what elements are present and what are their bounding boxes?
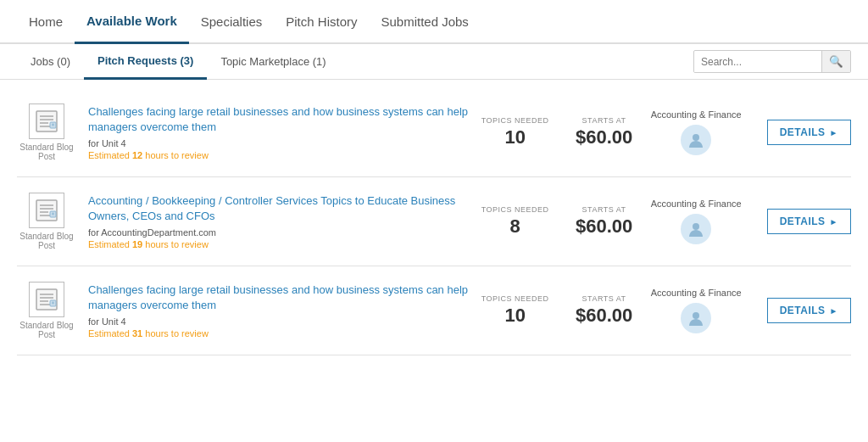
avatar	[681, 214, 711, 244]
svg-point-8	[693, 134, 699, 141]
starts-at-label: STARTS AT	[575, 205, 634, 214]
job-title: Accounting / Bookkeeping / Controller Se…	[88, 193, 470, 224]
details-button[interactable]: DETAILS ►	[767, 120, 851, 145]
job-details: Challenges facing large retail businesse…	[76, 104, 481, 160]
starts-at-value: $60.00	[575, 126, 634, 148]
job-stats: TOPICS NEEDED 10 STARTS AT $60.00	[481, 294, 634, 327]
starts-at-stat: STARTS AT $60.00	[575, 205, 634, 238]
starts-at-label: STARTS AT	[575, 116, 634, 125]
job-icon: Standard Blog Post	[17, 104, 76, 161]
svg-point-26	[693, 312, 699, 319]
category-name: Accounting & Finance	[651, 288, 742, 298]
estimated-hours: 19	[132, 239, 142, 249]
top-nav-item-pitch-history[interactable]: Pitch History	[274, 1, 369, 42]
category-name: Accounting & Finance	[651, 199, 742, 209]
blog-post-icon	[29, 104, 64, 139]
job-details: Accounting / Bookkeeping / Controller Se…	[76, 193, 481, 249]
job-row: Standard Blog Post Challenges facing lar…	[17, 88, 851, 177]
topics-needed-stat: TOPICS NEEDED 10	[481, 294, 549, 327]
estimated-hours: 31	[132, 328, 142, 338]
svg-point-17	[693, 223, 699, 230]
topics-needed-label: TOPICS NEEDED	[481, 294, 549, 303]
job-for: for Unit 4	[88, 316, 470, 327]
category-name: Accounting & Finance	[651, 109, 742, 120]
job-action: DETAILS ►	[767, 120, 851, 145]
blog-post-icon	[29, 282, 64, 317]
avatar	[681, 303, 711, 333]
starts-at-label: STARTS AT	[575, 294, 634, 303]
details-label: DETAILS	[780, 215, 826, 227]
arrow-icon: ►	[830, 217, 838, 227]
details-label: DETAILS	[780, 305, 826, 316]
job-action: DETAILS ►	[767, 209, 851, 234]
topics-needed-label: TOPICS NEEDED	[481, 205, 549, 214]
top-nav: HomeAvailable WorkSpecialtiesPitch Histo…	[0, 0, 868, 44]
arrow-icon: ►	[830, 128, 838, 137]
top-nav-item-home[interactable]: Home	[17, 1, 75, 42]
arrow-icon: ►	[830, 306, 838, 316]
sub-nav-item-pitch-requests-3[interactable]: Pitch Requests (3)	[84, 44, 207, 80]
topics-needed-value: 8	[481, 215, 549, 238]
job-action: DETAILS ►	[767, 298, 851, 323]
job-estimated: Estimated 19 hours to review	[88, 239, 470, 249]
starts-at-stat: STARTS AT $60.00	[575, 294, 634, 327]
job-row: Standard Blog Post Challenges facing lar…	[17, 266, 851, 355]
job-category: Accounting & Finance	[651, 199, 742, 244]
main-content: Standard Blog Post Challenges facing lar…	[0, 80, 868, 364]
blog-post-icon	[29, 193, 64, 228]
topics-needed-label: TOPICS NEEDED	[481, 116, 549, 125]
top-nav-item-specialties[interactable]: Specialties	[189, 1, 275, 42]
avatar	[681, 125, 711, 155]
topics-needed-stat: TOPICS NEEDED 10	[481, 116, 549, 148]
job-details: Challenges facing large retail businesse…	[76, 283, 481, 338]
estimated-hours: 12	[132, 150, 142, 160]
sub-nav-left: Jobs (0)Pitch Requests (3)Topic Marketpl…	[17, 44, 693, 79]
job-title: Challenges facing large retail businesse…	[88, 104, 470, 135]
topics-needed-stat: TOPICS NEEDED 8	[481, 205, 549, 238]
job-estimated: Estimated 31 hours to review	[88, 328, 470, 338]
job-title: Challenges facing large retail businesse…	[88, 283, 470, 313]
details-button[interactable]: DETAILS ►	[767, 209, 851, 234]
starts-at-value: $60.00	[575, 305, 634, 327]
sub-nav: Jobs (0)Pitch Requests (3)Topic Marketpl…	[0, 44, 868, 80]
job-type-label: Standard Blog Post	[17, 232, 76, 250]
job-type-label: Standard Blog Post	[17, 321, 76, 339]
search-box: 🔍	[693, 50, 851, 73]
job-for: for AccountingDepartment.com	[88, 227, 470, 238]
starts-at-stat: STARTS AT $60.00	[575, 116, 634, 148]
top-nav-item-submitted-jobs[interactable]: Submitted Jobs	[369, 1, 480, 42]
job-category: Accounting & Finance	[651, 109, 742, 155]
job-icon: Standard Blog Post	[17, 193, 76, 250]
job-icon: Standard Blog Post	[17, 282, 76, 339]
sub-nav-item-jobs-0[interactable]: Jobs (0)	[17, 45, 84, 78]
job-type-label: Standard Blog Post	[17, 143, 76, 161]
job-stats: TOPICS NEEDED 10 STARTS AT $60.00	[481, 116, 634, 148]
job-estimated: Estimated 12 hours to review	[88, 150, 470, 160]
topics-needed-value: 10	[481, 305, 549, 327]
sub-nav-item-topic-marketplace-1[interactable]: Topic Marketplace (1)	[207, 45, 339, 78]
details-button[interactable]: DETAILS ►	[767, 298, 851, 323]
details-label: DETAILS	[780, 126, 826, 138]
starts-at-value: $60.00	[575, 215, 634, 238]
job-row: Standard Blog Post Accounting / Bookkeep…	[17, 177, 851, 266]
topics-needed-value: 10	[481, 126, 549, 148]
job-stats: TOPICS NEEDED 8 STARTS AT $60.00	[481, 205, 634, 238]
job-category: Accounting & Finance	[651, 288, 742, 333]
job-for: for Unit 4	[88, 138, 470, 148]
search-button[interactable]: 🔍	[821, 51, 850, 72]
top-nav-item-available-work[interactable]: Available Work	[75, 0, 189, 44]
search-input[interactable]	[694, 52, 821, 72]
